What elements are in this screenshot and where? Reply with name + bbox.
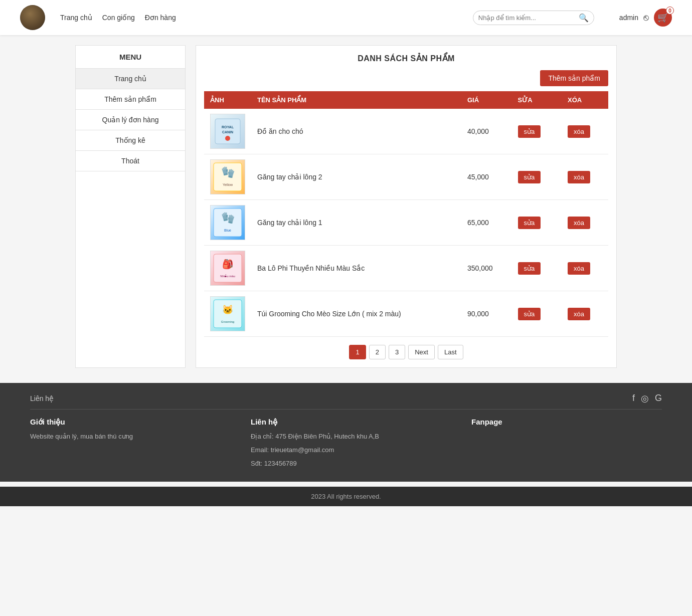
footer-col1-title: Giới thiệu <box>30 418 221 427</box>
footer-columns: Giới thiệu Website quản lý, mua bán thú … <box>30 418 662 472</box>
footer-col1-text: Website quản lý, mua bán thú cưng <box>30 432 221 442</box>
add-product-button[interactable]: Thêm sản phẩm <box>540 70 608 86</box>
svg-text:🧤: 🧤 <box>221 211 235 225</box>
svg-text:Grooming: Grooming <box>221 320 234 323</box>
product-image: 🎒 Nhiều màu <box>210 251 245 286</box>
product-sua-cell: sửa <box>512 109 562 154</box>
footer-top: Liên hệ f ◎ G <box>30 393 662 409</box>
svg-text:🎒: 🎒 <box>222 259 234 270</box>
header-user: admin ⎋ 🛒 0 <box>619 9 672 27</box>
product-name: Túi Grooming Cho Mèo Size Lớn ( mix 2 mà… <box>251 291 461 337</box>
footer-col2-address: Địa chỉ: 475 Điện Biên Phủ, Hutech khu A… <box>251 432 441 442</box>
sua-button[interactable]: sửa <box>518 217 541 229</box>
nav-don-hang[interactable]: Đơn hàng <box>145 14 176 22</box>
product-name: Găng tay chải lông 2 <box>251 154 461 200</box>
cart-icon: 🛒 <box>657 12 668 23</box>
search-bar: 🔍 <box>473 11 594 25</box>
product-img-cell: 🧤 Blue <box>204 200 251 246</box>
footer-col3-title: Fanpage <box>471 418 662 426</box>
sua-button[interactable]: sửa <box>518 171 541 183</box>
xoa-button[interactable]: xóa <box>568 171 590 183</box>
footer-col2-email: Email: trieuetam@gmail.com <box>251 445 441 456</box>
product-img-cell: 🧤 Yellow <box>204 154 251 200</box>
sidebar-item-thoat[interactable]: Thoát <box>76 151 185 171</box>
product-img-cell: 🎒 Nhiều màu <box>204 246 251 291</box>
svg-text:🧤: 🧤 <box>221 165 235 179</box>
footer-col-gioi-thieu: Giới thiệu Website quản lý, mua bán thú … <box>30 418 221 472</box>
search-button[interactable]: 🔍 <box>579 13 589 23</box>
copyright-text: 2023 All rights reserved. <box>311 493 381 500</box>
sua-button[interactable]: sửa <box>518 262 541 275</box>
cart-button[interactable]: 🛒 0 <box>654 9 672 27</box>
sua-button[interactable]: sửa <box>518 125 541 138</box>
product-img-cell: ROYAL CANIN <box>204 109 251 154</box>
sidebar-title: MENU <box>76 46 185 69</box>
header: Trang chủ Con giống Đơn hàng 🔍 admin ⎋ 🛒… <box>0 0 692 35</box>
product-name: Ba Lô Phi Thuyền Nhiều Màu Sắc <box>251 246 461 291</box>
sua-button[interactable]: sửa <box>518 308 541 320</box>
facebook-icon[interactable]: f <box>632 393 635 404</box>
nav-con-giong[interactable]: Con giống <box>102 14 135 22</box>
sidebar-item-them-san-pham[interactable]: Thêm sản phẩm <box>76 89 185 110</box>
svg-text:Blue: Blue <box>224 229 231 232</box>
product-price: 45,000 <box>461 154 512 200</box>
svg-text:Yellow: Yellow <box>223 183 233 186</box>
svg-text:🐱: 🐱 <box>222 304 234 315</box>
product-name: Găng tay chải lông 1 <box>251 200 461 246</box>
table-row: 🧤 Blue Găng tay chải lông 1 65,000 sửa x… <box>204 200 608 246</box>
xoa-button[interactable]: xóa <box>568 125 590 138</box>
product-image: 🧤 Yellow <box>210 159 245 194</box>
svg-point-3 <box>225 136 230 141</box>
product-xoa-cell: xóa <box>562 200 608 246</box>
page-title: DANH SÁCH SẢN PHẨM <box>204 54 608 63</box>
table-row: 🧤 Yellow Găng tay chải lông 2 45,000 sửa… <box>204 154 608 200</box>
github-icon[interactable]: ◎ <box>641 393 649 404</box>
page-2-button[interactable]: 2 <box>369 345 386 359</box>
footer-bottom: 2023 All rights reserved. <box>0 487 692 506</box>
col-header-sua: SỬA <box>512 91 562 109</box>
product-image: ROYAL CANIN <box>210 114 245 149</box>
footer: Liên hệ f ◎ G Giới thiệu Website quản lý… <box>0 383 692 482</box>
xoa-button[interactable]: xóa <box>568 308 590 320</box>
product-sua-cell: sửa <box>512 200 562 246</box>
svg-text:ROYAL: ROYAL <box>222 125 234 129</box>
svg-text:Nhiều màu: Nhiều màu <box>220 274 235 278</box>
product-xoa-cell: xóa <box>562 154 608 200</box>
product-table: ẢNH TÊN SẢN PHẨM GIÁ SỬA XÓA ROYAL CANIN <box>204 91 608 337</box>
header-nav: Trang chủ Con giống Đơn hàng <box>60 14 176 22</box>
page-1-button[interactable]: 1 <box>349 345 366 359</box>
table-row: 🐱 Grooming Túi Grooming Cho Mèo Size Lớn… <box>204 291 608 337</box>
xoa-button[interactable]: xóa <box>568 262 590 275</box>
product-xoa-cell: xóa <box>562 109 608 154</box>
xoa-button[interactable]: xóa <box>568 217 590 229</box>
page-last-button[interactable]: Last <box>438 345 463 359</box>
col-header-anh: ẢNH <box>204 91 251 109</box>
footer-col-lien-he: Liên hệ Địa chỉ: 475 Điện Biên Phủ, Hute… <box>251 418 441 472</box>
table-row: ROYAL CANIN Đồ ăn cho chó 40,000 sửa xóa <box>204 109 608 154</box>
product-sua-cell: sửa <box>512 291 562 337</box>
product-xoa-cell: xóa <box>562 246 608 291</box>
sidebar-item-thong-ke[interactable]: Thống kê <box>76 130 185 151</box>
user-name-label: admin <box>619 14 638 22</box>
product-sua-cell: sửa <box>512 246 562 291</box>
cart-badge: 0 <box>666 7 674 15</box>
col-header-gia: GIÁ <box>461 91 512 109</box>
footer-social: f ◎ G <box>632 393 662 404</box>
product-price: 350,000 <box>461 246 512 291</box>
col-header-xoa: XÓA <box>562 91 608 109</box>
search-input[interactable] <box>478 14 579 22</box>
footer-contact-link[interactable]: Liên hệ <box>30 394 54 402</box>
logo[interactable] <box>20 5 45 30</box>
footer-col2-phone: Sđt: 123456789 <box>251 459 441 469</box>
page-3-button[interactable]: 3 <box>389 345 405 359</box>
google-icon[interactable]: G <box>655 393 662 404</box>
product-price: 90,000 <box>461 291 512 337</box>
nav-trang-chu[interactable]: Trang chủ <box>60 14 92 22</box>
page-next-button[interactable]: Next <box>408 345 435 359</box>
product-xoa-cell: xóa <box>562 291 608 337</box>
sidebar-item-trang-chu[interactable]: Trang chủ <box>76 69 185 89</box>
sidebar-item-quan-ly-don-hang[interactable]: Quản lý đơn hàng <box>76 110 185 130</box>
main-container: MENU Trang chủ Thêm sản phẩm Quản lý đơn… <box>70 45 622 368</box>
logout-icon[interactable]: ⎋ <box>643 13 649 23</box>
pagination: 1 2 3 Next Last <box>204 345 608 359</box>
